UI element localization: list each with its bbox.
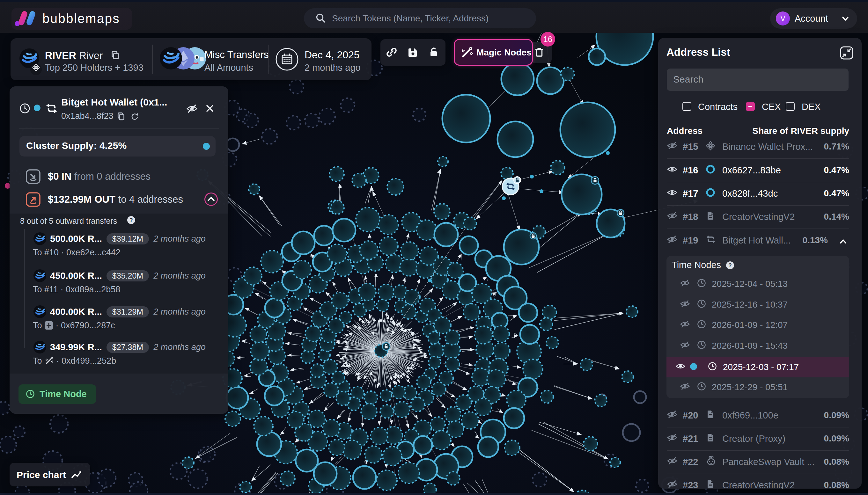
svg-text:?: ? bbox=[130, 217, 133, 223]
svg-text:?: ? bbox=[728, 262, 732, 268]
